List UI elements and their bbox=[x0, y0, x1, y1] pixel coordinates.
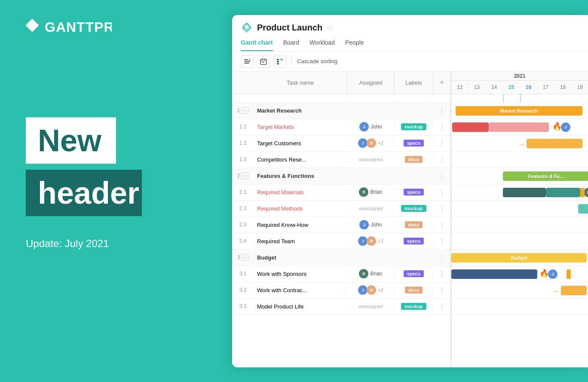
collapse-btn-2[interactable]: − bbox=[242, 172, 248, 179]
row-menu-3-1[interactable]: ⋮ bbox=[433, 270, 450, 278]
row-menu-1[interactable]: ⋮ bbox=[433, 107, 450, 115]
gantt-row-1: Market Research bbox=[451, 103, 588, 119]
row-labels-2-3: docs bbox=[395, 221, 433, 228]
row-task-2-2[interactable]: Required Methods bbox=[254, 205, 347, 212]
bar-target-customers[interactable] bbox=[527, 139, 582, 148]
svg-rect-5 bbox=[244, 63, 249, 64]
project-title: Product Launch bbox=[257, 23, 322, 33]
table-row: 3.1 Work with Sponsors B Brian specs ⋮ bbox=[232, 266, 450, 282]
row-menu-2-1[interactable]: ⋮ bbox=[433, 188, 450, 196]
cascade-sorting-label: Cascade sorting bbox=[297, 58, 337, 64]
avatar-on-bar: J bbox=[561, 122, 570, 132]
nav-tabs: Gantt chart Board Workload People bbox=[241, 39, 579, 51]
bar-target-markets[interactable] bbox=[452, 122, 489, 132]
row-labels-1-2: specs bbox=[395, 140, 433, 147]
task-list-btn[interactable] bbox=[241, 55, 254, 68]
row-num-2-3: 2.3 bbox=[232, 222, 254, 228]
bar-required-materials[interactable] bbox=[503, 188, 546, 197]
row-task-3-2: Work with Contrac... bbox=[254, 287, 347, 293]
collapse-btn-1[interactable]: − bbox=[242, 107, 248, 114]
bar-required-methods[interactable] bbox=[578, 204, 588, 214]
label-badge-docs: docs bbox=[405, 156, 423, 163]
table-row: 2.2 Required Methods unassigned mockup ⋮ bbox=[232, 201, 450, 217]
row-task-1-3: Competitors Rese... bbox=[254, 156, 347, 163]
hierarchy-btn[interactable] bbox=[273, 55, 286, 68]
bar-contracts[interactable] bbox=[561, 286, 587, 295]
row-menu-3-3[interactable]: ⋮ bbox=[433, 303, 450, 311]
label-badge-specs: specs bbox=[404, 189, 424, 196]
row-menu-1-1[interactable]: ⋮ bbox=[433, 123, 450, 131]
header-box: header bbox=[26, 170, 142, 216]
tab-board[interactable]: Board bbox=[283, 39, 299, 51]
year-label: 2021 bbox=[451, 72, 588, 81]
avatar-john: J bbox=[359, 220, 369, 229]
avatar-2: B bbox=[367, 138, 376, 148]
gantt-row-2-1: B bbox=[451, 184, 588, 201]
row-assigned-3-1: B Brian bbox=[347, 269, 395, 278]
toolbar-divider bbox=[291, 57, 292, 66]
row-menu-1-2[interactable]: ⋮ bbox=[433, 139, 450, 147]
row-task-2-1[interactable]: Required Materials bbox=[254, 189, 347, 196]
day-16: 16 bbox=[520, 81, 537, 93]
row-labels-3-2: docs bbox=[395, 287, 433, 293]
table-row: 2.3 Required Know-How J John docs ⋮ bbox=[232, 217, 450, 233]
new-text: New bbox=[38, 123, 101, 158]
row-task-1-1[interactable]: Target Markets bbox=[254, 124, 347, 130]
label-badge-mockup: mockup bbox=[401, 303, 426, 310]
row-assigned-2-2: unassigned bbox=[347, 206, 395, 211]
table-row: 3.2 Work with Contrac... J B +2 docs ⋮ bbox=[232, 282, 450, 299]
svg-rect-4 bbox=[244, 61, 250, 62]
col-labels-header: Labels bbox=[395, 72, 433, 94]
row-num-3-3: 3.3 bbox=[232, 303, 254, 309]
row-assigned-1-2: J B +2 bbox=[347, 138, 395, 148]
col-assigned-header: Assigned bbox=[347, 72, 395, 94]
bar-market-research[interactable]: Market Research bbox=[456, 106, 582, 116]
project-icon bbox=[241, 22, 253, 34]
table-row: 1 − Market Research ⋮ bbox=[232, 103, 450, 119]
svg-rect-0 bbox=[26, 18, 39, 32]
gantt-row-2-3 bbox=[451, 217, 588, 233]
logo: GANTTPRO bbox=[26, 17, 206, 40]
calendar-btn[interactable] bbox=[257, 55, 270, 68]
table-row: 1.1 Target Markets J John mockup ⋮ bbox=[232, 119, 450, 135]
label-badge-mockup: mockup bbox=[401, 205, 426, 212]
bar-features[interactable]: Features & Fu... bbox=[503, 171, 588, 181]
header-text: header bbox=[38, 176, 139, 210]
gantt-row-3: Budget bbox=[451, 250, 588, 266]
bar-budget[interactable]: Budget bbox=[451, 253, 587, 263]
row-menu-2-2[interactable]: ⋮ bbox=[433, 205, 450, 213]
avatar-2: B bbox=[367, 285, 376, 295]
gantt-row-1-2: → bbox=[451, 135, 588, 152]
tab-gantt-chart[interactable]: Gantt chart bbox=[241, 39, 273, 51]
avatar-brian: B bbox=[359, 187, 368, 197]
label-badge-specs: specs bbox=[404, 270, 424, 277]
row-labels-2-1: specs bbox=[395, 189, 433, 196]
row-menu-2[interactable]: ⋮ bbox=[433, 172, 450, 180]
task-table: Task name Assigned Labels + 1 − Market R… bbox=[232, 72, 451, 367]
star-icon[interactable]: ☆ bbox=[327, 23, 334, 33]
row-menu-2-4[interactable]: ⋮ bbox=[433, 237, 450, 245]
row-menu-2-3[interactable]: ⋮ bbox=[433, 221, 450, 229]
row-task-3-1: Work with Sponsors bbox=[254, 271, 347, 277]
row-assigned-2-4: J B +2 bbox=[347, 236, 395, 246]
row-task-1: Market Research bbox=[254, 107, 347, 114]
tab-people[interactable]: People bbox=[345, 39, 364, 51]
table-row: 1.3 Competitors Rese... unassigned docs … bbox=[232, 152, 450, 168]
col-num-header bbox=[232, 72, 254, 94]
row-assigned-2-1: B Brian bbox=[347, 187, 395, 197]
tab-workload[interactable]: Workload bbox=[309, 39, 335, 51]
avatar-1: J bbox=[358, 138, 368, 148]
bar-sponsors[interactable] bbox=[451, 269, 537, 279]
day-18: 18 bbox=[554, 81, 572, 93]
row-num-1-3: 1.3 bbox=[232, 156, 254, 162]
main-content: Task name Assigned Labels + 1 − Market R… bbox=[232, 72, 588, 367]
bar-required-materials-ext bbox=[546, 188, 580, 197]
arrow-right: → bbox=[552, 287, 559, 295]
row-num-2-2: 2.2 bbox=[232, 205, 254, 211]
row-menu-1-3[interactable]: ⋮ bbox=[433, 156, 450, 164]
row-menu-3[interactable]: ⋮ bbox=[433, 254, 450, 262]
collapse-btn-3[interactable]: − bbox=[242, 254, 248, 261]
svg-rect-13 bbox=[277, 59, 279, 60]
row-menu-3-2[interactable]: ⋮ bbox=[433, 286, 450, 294]
add-column-btn[interactable]: + bbox=[433, 72, 450, 94]
